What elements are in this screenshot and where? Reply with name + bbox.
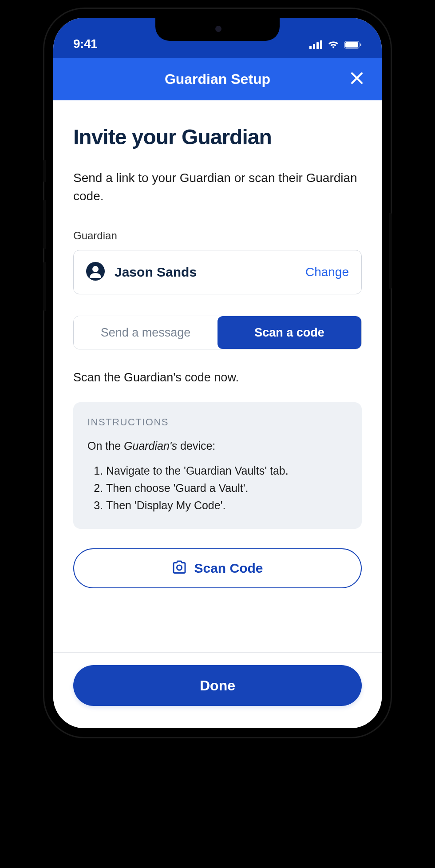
nav-title: Guardian Setup <box>165 71 270 87</box>
change-button[interactable]: Change <box>305 265 349 279</box>
tab-send-message[interactable]: Send a message <box>74 316 218 349</box>
instructions-lead: On the Guardian's device: <box>87 440 348 452</box>
person-icon <box>86 262 105 282</box>
camera-icon <box>172 560 187 577</box>
instructions-lead-pre: On the <box>87 440 124 452</box>
svg-point-8 <box>92 266 99 272</box>
status-time: 9:41 <box>73 37 97 51</box>
svg-rect-5 <box>345 42 358 48</box>
scan-code-button[interactable]: Scan Code <box>73 548 362 588</box>
instructions-title: INSTRUCTIONS <box>87 416 348 428</box>
instruction-step: Navigate to the 'Guardian Vaults' tab. <box>106 462 348 480</box>
scan-code-button-label: Scan Code <box>194 561 263 576</box>
svg-point-9 <box>177 565 182 570</box>
status-icons <box>309 40 362 51</box>
instructions-list: Navigate to the 'Guardian Vaults' tab. T… <box>87 462 348 514</box>
tab-scan-code[interactable]: Scan a code <box>218 316 361 349</box>
instruction-step: Then 'Display My Code'. <box>106 497 348 514</box>
instruction-lead-text: Scan the Guardian's code now. <box>73 371 362 384</box>
page-subtitle: Send a link to your Guardian or scan the… <box>73 169 362 205</box>
wifi-icon <box>327 40 340 51</box>
cellular-signal-icon <box>309 40 323 51</box>
close-button[interactable] <box>350 71 364 87</box>
battery-icon <box>344 40 362 51</box>
guardian-card: Jason Sands Change <box>73 250 362 294</box>
done-button[interactable]: Done <box>73 665 362 706</box>
method-segmented-control: Send a message Scan a code <box>73 316 362 349</box>
instructions-lead-em: Guardian's <box>124 440 177 452</box>
close-icon <box>350 71 364 85</box>
guardian-name: Jason Sands <box>115 265 197 280</box>
nav-bar: Guardian Setup <box>53 58 382 100</box>
instructions-lead-post: device: <box>177 440 215 452</box>
svg-rect-2 <box>316 42 319 49</box>
instructions-box: INSTRUCTIONS On the Guardian's device: N… <box>73 402 362 529</box>
footer-bar: Done <box>53 652 382 728</box>
svg-rect-6 <box>360 44 361 46</box>
svg-rect-0 <box>309 46 312 49</box>
svg-rect-1 <box>313 44 315 49</box>
done-button-label: Done <box>200 678 235 694</box>
instruction-step: Then choose 'Guard a Vault'. <box>106 480 348 497</box>
svg-rect-3 <box>320 40 322 49</box>
guardian-field-label: Guardian <box>73 230 362 242</box>
page-title: Invite your Guardian <box>73 125 362 149</box>
